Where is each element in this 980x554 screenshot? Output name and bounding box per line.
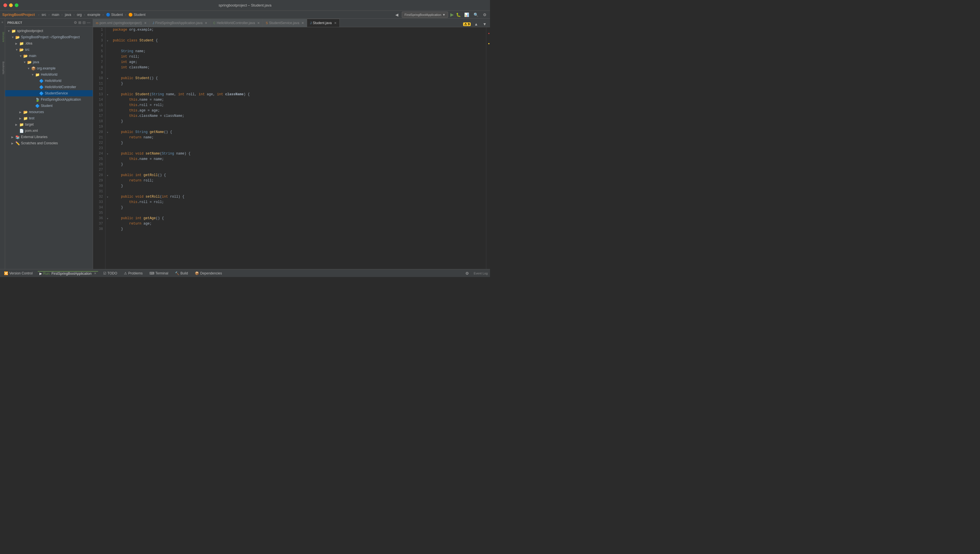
fold-6[interactable] [105,54,110,59]
fold-17[interactable] [105,113,110,119]
run-tab[interactable]: ▶ Run: FirstSpringBootApplication ✕ [38,271,98,275]
fold-1[interactable] [105,27,110,33]
sidebar-close-icon[interactable]: — [87,21,91,25]
fold-36[interactable]: ▾ [105,216,110,221]
breadcrumb-java[interactable]: java [65,13,71,17]
fold-24[interactable]: ▾ [105,151,110,156]
fold-2[interactable] [105,33,110,38]
fold-10[interactable]: ▾ [105,76,110,81]
tree-item-firstspringboot-class[interactable]: 🍃 FirstSpringBootApplication [5,96,93,103]
tree-item-helloworld-pkg[interactable]: ▼ 📁 HelloWorld [5,72,93,78]
fold-7[interactable] [105,59,110,65]
tab-close-icon[interactable]: ✕ [144,21,146,25]
fold-30[interactable] [105,183,110,189]
fold-32[interactable]: ▾ [105,194,110,200]
tree-item-student-class[interactable]: 🔷 Student [5,103,93,109]
search-icon[interactable]: 🔍 [473,12,479,18]
fold-19[interactable] [105,124,110,130]
fold-18[interactable] [105,119,110,124]
tree-item-test[interactable]: ▶ 📁 test [5,115,93,121]
tree-item-idea[interactable]: ▶ 📁 .idea [5,40,93,46]
breadcrumb-main[interactable]: main [52,13,59,17]
tree-item-pomxml[interactable]: 📄 pom.xml [5,127,93,134]
fold-27[interactable] [105,167,110,173]
todo-tab[interactable]: ☑ TODO [102,271,119,275]
fold-20[interactable]: ▾ [105,130,110,135]
fold-11[interactable] [105,81,110,86]
fold-26[interactable] [105,162,110,167]
tree-item-org-example[interactable]: ▼ 📦 org.example [5,65,93,72]
project-name[interactable]: SpringBootProject [2,13,35,17]
version-control-tab[interactable]: 🔀 Version Control [2,271,34,275]
tree-item-target[interactable]: ▶ 📁 target [5,121,93,127]
settings-icon[interactable]: ⚙ [482,12,488,18]
event-log-label[interactable]: Event Log [474,272,488,275]
tab-helloworldcontroller[interactable]: C HelloWorldController.java ✕ [210,19,263,27]
terminal-tab[interactable]: ⌨ Terminal [148,271,170,275]
fold-35[interactable] [105,210,110,216]
breadcrumb-student-pkg[interactable]: 🔵 Student [106,13,123,17]
scroll-down-icon[interactable]: ▼ [482,21,488,27]
run-button[interactable]: ▶ [450,12,454,17]
tree-item-module[interactable]: ▼ 📂 SpringBootProject ~/SpringBootProjec… [5,34,93,40]
fold-3[interactable]: ▾ [105,38,110,43]
tab-firstspringboot[interactable]: J FirstSpringBootApplication.java ✕ [150,19,210,27]
tab-close-icon[interactable]: ✕ [334,21,337,25]
tree-item-springbootproject[interactable]: ▼ 📁 springbootproject [5,28,93,34]
build-tab[interactable]: 🔨 Build [173,271,190,275]
tree-item-java[interactable]: ▼ 📂 java [5,59,93,65]
tree-item-scratches[interactable]: ▶ ✏️ Scratches and Consoles [5,140,93,146]
fold-28[interactable]: ▾ [105,173,110,178]
coverage-button[interactable]: 📊 [463,12,470,18]
fold-31[interactable] [105,189,110,194]
breadcrumb-org[interactable]: org [77,13,82,17]
fold-14[interactable] [105,97,110,103]
project-view-icon[interactable]: ≡ [0,20,5,25]
fold-34[interactable] [105,205,110,210]
window-controls[interactable] [3,3,18,7]
fold-25[interactable] [105,156,110,162]
fold-33[interactable] [105,200,110,205]
tree-item-resources[interactable]: ▶ 📂 resources [5,109,93,115]
tree-item-studentservice-class[interactable]: 🔷 StudentService [5,90,93,96]
tab-studentservice[interactable]: S StudentService.java ✕ [263,19,307,27]
fold-21[interactable] [105,135,110,140]
tab-student[interactable]: J Student.java ✕ [307,19,339,27]
fold-8[interactable] [105,65,110,70]
tree-item-ext-libs[interactable]: ▶ 📚 External Libraries [5,134,93,140]
debug-button[interactable]: 🐛 [456,13,461,17]
fold-23[interactable] [105,146,110,151]
run-config-selector[interactable]: FirstSpringBootApplication ▼ [402,12,448,18]
tab-close-icon[interactable]: ✕ [257,21,260,25]
scroll-up-icon[interactable]: ▲ [473,21,479,27]
fold-38[interactable] [105,226,110,232]
minimize-button[interactable] [9,3,13,7]
fold-15[interactable] [105,103,110,108]
fold-29[interactable] [105,178,110,183]
tree-item-helloworldcontroller-class[interactable]: 🔷 HelloWorldController [5,84,93,90]
tree-item-src[interactable]: ▼ 📂 src [5,46,93,53]
dependencies-tab[interactable]: 📦 Dependencies [193,271,224,275]
tab-close-icon[interactable]: ✕ [301,21,304,25]
code-content[interactable]: package org.example; public class Studen… [110,27,486,269]
fold-16[interactable] [105,108,110,113]
tree-item-main[interactable]: ▼ 📂 main [5,53,93,59]
fold-22[interactable] [105,140,110,146]
maximize-button[interactable] [15,3,18,7]
breadcrumb-student-cls[interactable]: 🟠 Student [129,13,145,17]
bookmarks-icon[interactable]: Bookmarks [0,60,5,75]
close-button[interactable] [3,3,7,7]
structure-icon[interactable]: Structure [0,31,5,43]
fold-37[interactable] [105,221,110,226]
code-editor[interactable]: 1 2 3 4 5 6 7 8 9 10 11 12 13 14 15 16 1… [93,27,490,269]
sidebar-collapse-icon[interactable]: ⊟ [83,21,86,25]
breadcrumb-example[interactable]: example [88,13,100,17]
sidebar-settings-icon[interactable]: ⚙ [74,21,77,25]
tab-pomxml[interactable]: m pom.xml (springbootproject) ✕ [93,19,150,27]
fold-5[interactable] [105,49,110,54]
fold-4[interactable] [105,43,110,49]
tab-close-icon[interactable]: ✕ [94,272,96,275]
problems-tab[interactable]: ⚠ Problems [122,271,144,275]
tab-close-icon[interactable]: ✕ [205,21,207,25]
settings-gear-icon[interactable]: ⚙ [464,271,470,276]
